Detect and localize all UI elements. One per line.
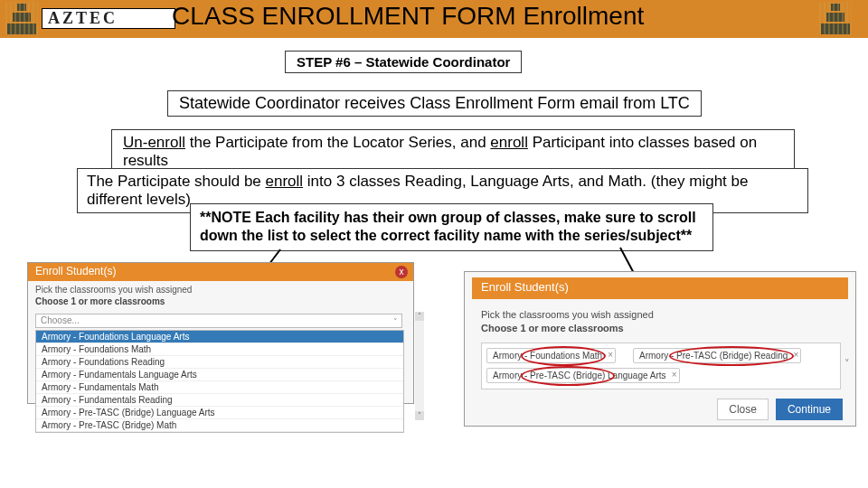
scroll-track[interactable] <box>415 321 424 411</box>
modal-instructions: Pick the classrooms you wish assigned Ch… <box>481 308 654 336</box>
text: Pick the classrooms you wish assigned <box>35 284 192 296</box>
tag-pretasc-reading[interactable]: Armory - Pre-TASC (Bridge) Reading × <box>633 348 801 363</box>
tag-remove-icon[interactable]: × <box>793 350 798 360</box>
brand-name: AZTEC <box>42 8 175 29</box>
text: the Participate from the Locator Series,… <box>185 134 490 151</box>
list-item[interactable]: Armory - Foundations Math <box>36 343 403 356</box>
list-item[interactable]: Armory - Fundamentals Math <box>36 381 403 394</box>
screenshot-right: Enroll Student(s) Pick the classrooms yo… <box>464 271 856 427</box>
tag-foundations-math[interactable]: Armory - Foundations Math × <box>486 348 616 363</box>
text: enroll <box>266 173 304 190</box>
text: enroll <box>490 134 528 151</box>
text: Choose 1 or more classrooms <box>35 296 192 307</box>
tag-pretasc-langarts[interactable]: Armory - Pre-TASC (Bridge) Language Arts… <box>486 368 680 383</box>
modal-title: Enroll Student(s) <box>481 280 569 294</box>
select-placeholder: Choose... <box>41 315 80 325</box>
text: Choose 1 or more classrooms <box>481 322 654 335</box>
list-item[interactable]: Armory - Fundamentals Language Arts <box>36 369 403 381</box>
chevron-down-icon: ˅ <box>393 317 398 326</box>
list-item[interactable]: Armory - Foundations Reading <box>36 356 403 369</box>
text: Pre-TASC (Bridge) <box>676 351 751 361</box>
modal-instructions: Pick the classrooms you wish assigned Ch… <box>35 284 192 307</box>
text: Armory - <box>639 351 676 361</box>
close-button[interactable]: Close <box>717 399 769 420</box>
step-label: STEP #6 – Statewide Coordinator <box>285 51 522 73</box>
list-item[interactable]: Armory - Pre-TASC (Bridge) Math <box>36 419 403 432</box>
chevron-down-icon: ˅ <box>844 358 850 370</box>
scroll-up-icon[interactable]: ˄ <box>415 312 424 321</box>
select-dropdown[interactable]: Armory - Foundations Language Arts Armor… <box>35 330 404 433</box>
screenshot-left: Enroll Student(s) x Pick the classrooms … <box>27 262 414 404</box>
continue-button[interactable]: Continue <box>776 399 843 420</box>
header-banner: AZTEC CLASS ENROLLMENT FORM Enrollment <box>0 0 868 38</box>
note-text: **NOTE Each facility has their own group… <box>190 203 713 251</box>
close-icon[interactable]: x <box>395 266 408 278</box>
list-item[interactable]: Armory - Foundations Language Arts <box>36 331 403 343</box>
brand-pyramid-icon <box>5 2 38 34</box>
instruction-line-1: Statewide Coordinator receives Class Enr… <box>167 90 702 117</box>
slide: AZTEC CLASS ENROLLMENT FORM Enrollment S… <box>0 0 868 488</box>
text: Armory - <box>493 351 530 361</box>
modal-buttons: Close Continue <box>717 399 843 420</box>
list-item[interactable]: Armory - Pre-TASC (Bridge) Language Arts <box>36 407 403 419</box>
scrollbar[interactable]: ˄ ˅ <box>415 312 424 420</box>
page-title: CLASS ENROLLMENT FORM Enrollment <box>172 2 644 31</box>
text: Foundations Math <box>530 351 602 361</box>
choose-select[interactable]: Choose... ˅ <box>35 314 402 328</box>
modal-title-bar: Enroll Student(s) <box>472 277 848 299</box>
brand-pyramid-icon <box>819 2 852 34</box>
scroll-down-icon[interactable]: ˅ <box>415 411 424 420</box>
text: Pick the classrooms you wish assigned <box>481 308 654 322</box>
tag-remove-icon[interactable]: × <box>672 370 677 380</box>
text: Reading <box>751 351 788 361</box>
logo-left: AZTEC <box>5 2 175 34</box>
text: Armory - <box>493 371 530 380</box>
text: Un-enroll <box>123 134 185 151</box>
text: Language Arts <box>605 371 665 380</box>
text: The Participate should be <box>87 173 266 190</box>
modal-title: Enroll Student(s) <box>35 265 116 277</box>
tag-remove-icon[interactable]: × <box>608 350 613 360</box>
text: Pre-TASC (Bridge) <box>530 371 605 380</box>
list-item[interactable]: Armory - Fundamentals Reading <box>36 394 403 407</box>
logo-right <box>819 2 852 34</box>
modal-title-bar: Enroll Student(s) x <box>28 263 413 281</box>
